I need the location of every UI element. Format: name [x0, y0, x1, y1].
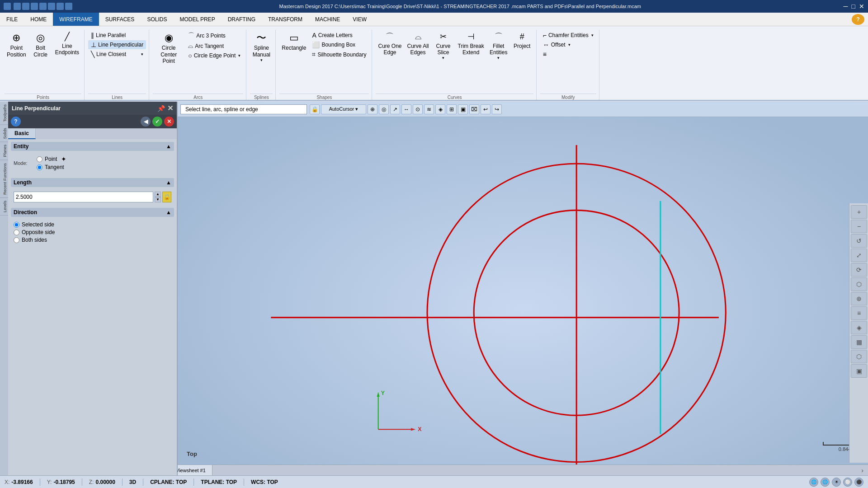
length-down-arrow[interactable]: ▼ [155, 197, 161, 202]
recent-functions-tab[interactable]: Recent Functions [0, 160, 8, 198]
menu-wireframe[interactable]: WIREFRAME [53, 13, 99, 26]
rectangle-button[interactable]: ▭ Rectangle [279, 31, 308, 53]
arc-tangent-button[interactable]: ⌓ Arc Tangent [185, 41, 243, 51]
prompt-btn-12[interactable]: ↪ [492, 104, 502, 114]
bounding-box-button[interactable]: ⬜ Bounding Box [309, 40, 369, 49]
both-sides-option[interactable]: Both sides [14, 237, 171, 243]
solids-tab[interactable]: Solids [0, 125, 8, 142]
view3d-button[interactable]: ⬡ [851, 277, 867, 291]
prompt-btn-1[interactable]: ⊕ [368, 104, 377, 114]
menu-machine[interactable]: MACHINE [309, 13, 346, 26]
curve-all-edges-button[interactable]: ⌓ Curve AllEdges [405, 31, 431, 57]
titlebar-controls[interactable]: ─ □ ✕ [844, 3, 864, 10]
project-button[interactable]: # Project [511, 31, 533, 51]
length-lock-button[interactable]: 🔒 [162, 192, 171, 202]
status-sun-icon[interactable]: ☀ [832, 478, 841, 487]
prompt-btn-11[interactable]: ↩ [481, 104, 491, 114]
status-globe-icon[interactable]: 🌐 [809, 478, 818, 487]
line-closest-button[interactable]: ╲ Line Closest ▾ [88, 50, 146, 59]
modify-extra-button[interactable]: ≡ [540, 50, 596, 59]
zoom-in-button[interactable]: + [851, 205, 867, 219]
panel-close-icon[interactable]: ✕ [167, 104, 173, 113]
prompt-btn-2[interactable]: ◎ [379, 104, 389, 114]
fillet-entities-button[interactable]: ⌒ FilletEntities ▾ [487, 31, 510, 62]
minimize-button[interactable]: ─ [844, 3, 848, 10]
prompt-btn-9[interactable]: ▣ [458, 104, 468, 114]
curve-one-edge-button[interactable]: ⌒ Cure OneEdge [376, 31, 404, 57]
opposite-side-option[interactable]: Opposite side [14, 229, 171, 235]
help-panel-button[interactable]: ? [11, 117, 21, 127]
trim-break-extend-button[interactable]: ⊣ Trim BreakExtend [456, 31, 486, 57]
prompt-btn-6[interactable]: ≋ [424, 104, 434, 114]
line-perpendicular-button[interactable]: ⊥ Line Perpendicular [88, 40, 146, 49]
lock-prompt-button[interactable]: 🔒 [310, 104, 320, 114]
prompt-btn-7[interactable]: ◈ [435, 104, 445, 114]
length-section-header[interactable]: Length ▲ [11, 178, 174, 187]
zoom-out-button[interactable]: − [851, 220, 867, 233]
panel-pin-icon[interactable]: 📌 [157, 105, 165, 112]
status-globe2-icon[interactable]: 🌐 [821, 478, 830, 487]
opposite-side-radio[interactable] [14, 230, 19, 235]
rotate-button[interactable]: ⟳ [851, 263, 867, 277]
curve-slice-button[interactable]: ✂ CurveSlice ▾ [432, 31, 455, 62]
spline-manual-button[interactable]: 〜 SplineManual ▾ [250, 31, 273, 64]
grid-button[interactable]: ▦ [851, 335, 867, 349]
menu-surfaces[interactable]: SURFACES [99, 13, 141, 26]
length-input[interactable] [14, 192, 153, 202]
basic-tab[interactable]: Basic [8, 128, 36, 139]
menu-transform[interactable]: TRANSFORM [262, 13, 309, 26]
menu-file[interactable]: FILE [0, 13, 24, 26]
ok-button[interactable]: ✓ [152, 117, 162, 127]
canvas-svg[interactable]: X Y [178, 117, 868, 475]
planes-tab[interactable]: Planes [0, 142, 8, 160]
bolt-circle-button[interactable]: ◎ BoltCircle [29, 31, 52, 59]
menu-drafting[interactable]: DRAFTING [222, 13, 262, 26]
prompt-btn-10[interactable]: ⌧ [469, 104, 479, 114]
menu-home[interactable]: HOME [24, 13, 53, 26]
levels-tab[interactable]: Levels [0, 198, 8, 216]
mode-tangent-option[interactable]: Tangent [37, 164, 66, 170]
selected-side-radio[interactable] [14, 222, 19, 228]
square-button[interactable]: ▣ [851, 364, 867, 378]
help-button[interactable]: ? [852, 14, 864, 25]
autocursor-button[interactable]: AutoCursor ▾ [321, 104, 366, 114]
line-parallel-button[interactable]: ∥ Line Parallel [88, 31, 146, 40]
toolpaths-tab[interactable]: Toolpaths [0, 102, 8, 125]
menu-model-prep[interactable]: MODEL PREP [173, 13, 221, 26]
hex-button[interactable]: ⬡ [851, 350, 867, 363]
snap-button[interactable]: ◈ [851, 321, 867, 334]
menu-view[interactable]: VIEW [346, 13, 373, 26]
crosshair-button[interactable]: ⊕ [851, 292, 867, 305]
close-button[interactable]: ✕ [859, 3, 864, 10]
offset-button[interactable]: ↔ Offset ▾ [540, 40, 596, 49]
menu-solids[interactable]: SOLIDS [141, 13, 173, 26]
mode-tangent-radio[interactable] [37, 164, 42, 170]
status-dot-icon[interactable]: ⚫ [854, 478, 863, 487]
prompt-btn-3[interactable]: ↗ [390, 104, 400, 114]
mode-point-option[interactable]: Point ✦ [37, 155, 66, 163]
expand-button[interactable]: ⤢ [851, 249, 867, 262]
length-up-arrow[interactable]: ▲ [155, 192, 161, 197]
entity-section-header[interactable]: Entity ▲ [11, 142, 174, 151]
mode-point-radio[interactable] [37, 156, 42, 162]
silhouette-boundary-button[interactable]: ⌗ Silhouette Boundary [309, 50, 369, 59]
viewsheet-arrow-right[interactable]: › [861, 467, 863, 474]
circle-edge-point-button[interactable]: ○ Circle Edge Point ▾ [185, 51, 243, 60]
prompt-btn-5[interactable]: ⊙ [413, 104, 423, 114]
point-position-button[interactable]: ⊕ PointPosition [5, 31, 28, 59]
prompt-btn-8[interactable]: ⊞ [447, 104, 457, 114]
chamfer-entities-button[interactable]: ⌐ Chamfer Entities ▾ [540, 31, 596, 40]
back-button[interactable]: ◀ [141, 117, 151, 127]
prompt-btn-4[interactable]: ↔ [401, 104, 411, 114]
maximize-button[interactable]: □ [852, 3, 855, 10]
direction-section-header[interactable]: Direction ▲ [11, 208, 174, 217]
status-circle-icon[interactable]: ⚪ [843, 478, 852, 487]
both-sides-radio[interactable] [14, 237, 19, 243]
canvas-area[interactable]: Select line, arc, spline or edge 🔒 AutoC… [178, 102, 868, 475]
arc-3-points-button[interactable]: ⌒ Arc 3 Points [185, 31, 243, 41]
cancel-panel-button[interactable]: ✕ [164, 117, 174, 127]
selected-side-option[interactable]: Selected side [14, 221, 171, 228]
create-letters-button[interactable]: A Create Letters [309, 31, 369, 40]
line-endpoints-button[interactable]: ╱ LineEndpoints [53, 31, 81, 57]
menu-right-button[interactable]: ≡ [851, 306, 867, 320]
